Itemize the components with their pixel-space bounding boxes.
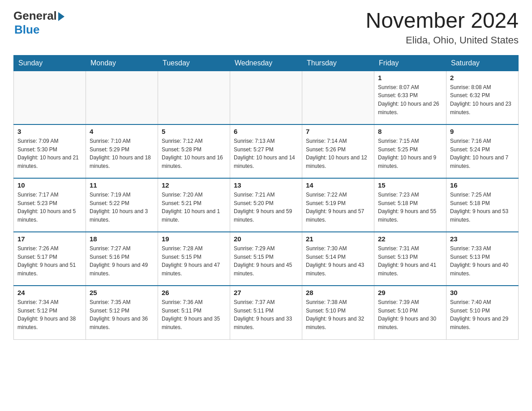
calendar-header-sunday: Sunday [14, 55, 86, 71]
day-number: 25 [90, 289, 154, 296]
calendar-cell: 23Sunrise: 7:33 AMSunset: 5:13 PMDayligh… [446, 232, 519, 286]
day-number: 20 [234, 235, 298, 243]
calendar-cell: 17Sunrise: 7:26 AMSunset: 5:17 PMDayligh… [14, 232, 86, 286]
day-info: Sunrise: 8:07 AMSunset: 6:33 PMDaylight:… [378, 83, 442, 116]
calendar-cell: 18Sunrise: 7:27 AMSunset: 5:16 PMDayligh… [86, 232, 158, 286]
day-info: Sunrise: 7:17 AMSunset: 5:23 PMDaylight:… [17, 191, 82, 224]
calendar-cell: 8Sunrise: 7:15 AMSunset: 5:25 PMDaylight… [374, 124, 446, 178]
calendar-week-row: 24Sunrise: 7:34 AMSunset: 5:12 PMDayligh… [14, 286, 519, 339]
calendar-cell: 4Sunrise: 7:10 AMSunset: 5:29 PMDaylight… [86, 124, 158, 178]
day-info: Sunrise: 7:29 AMSunset: 5:15 PMDaylight:… [234, 244, 298, 278]
day-number: 5 [162, 128, 226, 135]
month-year-title: November 2024 [365, 9, 519, 33]
day-info: Sunrise: 7:23 AMSunset: 5:18 PMDaylight:… [378, 191, 442, 224]
day-info: Sunrise: 7:19 AMSunset: 5:22 PMDaylight:… [90, 191, 154, 224]
day-info: Sunrise: 7:38 AMSunset: 5:10 PMDaylight:… [306, 298, 370, 331]
day-info: Sunrise: 7:28 AMSunset: 5:15 PMDaylight:… [162, 244, 226, 278]
calendar-cell: 15Sunrise: 7:23 AMSunset: 5:18 PMDayligh… [374, 178, 446, 232]
day-info: Sunrise: 7:12 AMSunset: 5:28 PMDaylight:… [162, 137, 226, 170]
day-number: 17 [17, 235, 82, 243]
calendar-cell [14, 71, 86, 124]
calendar-week-row: 1Sunrise: 8:07 AMSunset: 6:33 PMDaylight… [14, 71, 519, 124]
calendar-cell: 28Sunrise: 7:38 AMSunset: 5:10 PMDayligh… [302, 286, 374, 339]
day-info: Sunrise: 7:21 AMSunset: 5:20 PMDaylight:… [234, 191, 298, 224]
calendar-cell: 16Sunrise: 7:25 AMSunset: 5:18 PMDayligh… [446, 178, 519, 232]
day-info: Sunrise: 7:36 AMSunset: 5:11 PMDaylight:… [162, 298, 226, 331]
day-info: Sunrise: 7:27 AMSunset: 5:16 PMDaylight:… [90, 244, 154, 278]
calendar-header-tuesday: Tuesday [158, 55, 230, 71]
day-info: Sunrise: 7:31 AMSunset: 5:13 PMDaylight:… [378, 244, 442, 278]
calendar-cell: 2Sunrise: 8:08 AMSunset: 6:32 PMDaylight… [446, 71, 519, 124]
page-header: General Blue November 2024 Elida, Ohio, … [13, 9, 519, 46]
day-info: Sunrise: 7:10 AMSunset: 5:29 PMDaylight:… [90, 137, 154, 170]
calendar-cell: 13Sunrise: 7:21 AMSunset: 5:20 PMDayligh… [230, 178, 302, 232]
calendar-cell: 19Sunrise: 7:28 AMSunset: 5:15 PMDayligh… [158, 232, 230, 286]
day-number: 18 [90, 235, 154, 243]
calendar-cell [230, 71, 302, 124]
calendar-cell: 10Sunrise: 7:17 AMSunset: 5:23 PMDayligh… [14, 178, 86, 232]
calendar-cell [158, 71, 230, 124]
calendar-week-row: 17Sunrise: 7:26 AMSunset: 5:17 PMDayligh… [14, 232, 519, 286]
day-number: 4 [90, 128, 154, 135]
logo-blue-text: Blue [14, 23, 39, 37]
calendar-cell: 26Sunrise: 7:36 AMSunset: 5:11 PMDayligh… [158, 286, 230, 339]
day-info: Sunrise: 7:33 AMSunset: 5:13 PMDaylight:… [450, 244, 515, 278]
day-info: Sunrise: 7:35 AMSunset: 5:12 PMDaylight:… [90, 298, 154, 331]
calendar-header-thursday: Thursday [302, 55, 374, 71]
day-info: Sunrise: 7:40 AMSunset: 5:10 PMDaylight:… [450, 298, 515, 331]
calendar-cell: 30Sunrise: 7:40 AMSunset: 5:10 PMDayligh… [446, 286, 519, 339]
calendar-cell: 25Sunrise: 7:35 AMSunset: 5:12 PMDayligh… [86, 286, 158, 339]
day-number: 22 [378, 235, 442, 243]
day-number: 9 [450, 128, 515, 135]
day-number: 23 [450, 235, 515, 243]
day-info: Sunrise: 7:26 AMSunset: 5:17 PMDaylight:… [17, 244, 82, 278]
day-number: 12 [162, 181, 226, 189]
day-info: Sunrise: 7:14 AMSunset: 5:26 PMDaylight:… [306, 137, 370, 170]
day-info: Sunrise: 7:09 AMSunset: 5:30 PMDaylight:… [17, 137, 82, 170]
calendar-header-row: SundayMondayTuesdayWednesdayThursdayFrid… [14, 55, 519, 71]
calendar-week-row: 3Sunrise: 7:09 AMSunset: 5:30 PMDaylight… [14, 124, 519, 178]
day-info: Sunrise: 7:25 AMSunset: 5:18 PMDaylight:… [450, 191, 515, 224]
title-section: November 2024 Elida, Ohio, United States [365, 9, 519, 46]
day-info: Sunrise: 7:37 AMSunset: 5:11 PMDaylight:… [234, 298, 298, 331]
day-info: Sunrise: 7:34 AMSunset: 5:12 PMDaylight:… [17, 298, 82, 331]
calendar-header-monday: Monday [86, 55, 158, 71]
day-info: Sunrise: 7:16 AMSunset: 5:24 PMDaylight:… [450, 137, 515, 170]
logo-general-text: General [13, 9, 57, 23]
day-number: 15 [378, 181, 442, 189]
day-number: 14 [306, 181, 370, 189]
day-number: 10 [17, 181, 82, 189]
day-number: 24 [17, 289, 82, 296]
calendar-table: SundayMondayTuesdayWednesdayThursdayFrid… [13, 55, 519, 340]
calendar-cell: 11Sunrise: 7:19 AMSunset: 5:22 PMDayligh… [86, 178, 158, 232]
calendar-cell: 12Sunrise: 7:20 AMSunset: 5:21 PMDayligh… [158, 178, 230, 232]
day-info: Sunrise: 7:20 AMSunset: 5:21 PMDaylight:… [162, 191, 226, 224]
calendar-cell: 3Sunrise: 7:09 AMSunset: 5:30 PMDaylight… [14, 124, 86, 178]
day-number: 16 [450, 181, 515, 189]
day-number: 27 [234, 289, 298, 296]
calendar-cell: 5Sunrise: 7:12 AMSunset: 5:28 PMDaylight… [158, 124, 230, 178]
day-number: 1 [378, 74, 442, 81]
day-info: Sunrise: 7:15 AMSunset: 5:25 PMDaylight:… [378, 137, 442, 170]
day-info: Sunrise: 7:22 AMSunset: 5:19 PMDaylight:… [306, 191, 370, 224]
calendar-cell: 21Sunrise: 7:30 AMSunset: 5:14 PMDayligh… [302, 232, 374, 286]
logo-arrow-icon [58, 12, 64, 21]
day-number: 6 [234, 128, 298, 135]
calendar-cell [86, 71, 158, 124]
calendar-cell: 7Sunrise: 7:14 AMSunset: 5:26 PMDaylight… [302, 124, 374, 178]
location-subtitle: Elida, Ohio, United States [365, 34, 519, 46]
calendar-cell: 1Sunrise: 8:07 AMSunset: 6:33 PMDaylight… [374, 71, 446, 124]
day-info: Sunrise: 7:13 AMSunset: 5:27 PMDaylight:… [234, 137, 298, 170]
day-number: 29 [378, 289, 442, 296]
calendar-cell [302, 71, 374, 124]
day-info: Sunrise: 7:39 AMSunset: 5:10 PMDaylight:… [378, 298, 442, 331]
day-info: Sunrise: 8:08 AMSunset: 6:32 PMDaylight:… [450, 83, 515, 116]
day-number: 2 [450, 74, 515, 81]
calendar-cell: 14Sunrise: 7:22 AMSunset: 5:19 PMDayligh… [302, 178, 374, 232]
calendar-week-row: 10Sunrise: 7:17 AMSunset: 5:23 PMDayligh… [14, 178, 519, 232]
day-info: Sunrise: 7:30 AMSunset: 5:14 PMDaylight:… [306, 244, 370, 278]
calendar-cell: 29Sunrise: 7:39 AMSunset: 5:10 PMDayligh… [374, 286, 446, 339]
calendar-header-friday: Friday [374, 55, 446, 71]
day-number: 11 [90, 181, 154, 189]
day-number: 28 [306, 289, 370, 296]
